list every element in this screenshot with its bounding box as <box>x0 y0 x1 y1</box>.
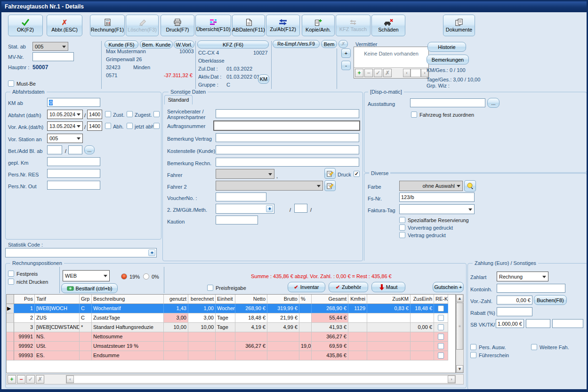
vermittler-scroll-box[interactable] <box>411 69 421 77</box>
add-bl-input[interactable] <box>68 145 82 154</box>
tarif-select[interactable]: WEB <box>63 270 110 281</box>
zuab-button[interactable]: Zu/Ab(F12) <box>266 15 300 36</box>
grid-header-kmfrei[interactable]: Kmfrei <box>348 295 367 304</box>
zm-input[interactable] <box>216 204 274 214</box>
bet-browse-button[interactable]: ... <box>84 145 95 154</box>
abfahrt-time-input[interactable] <box>87 110 102 119</box>
scroll-right-icon[interactable]: › <box>448 376 455 383</box>
table-row[interactable]: 99992USt.Umsatzsteuer 19 %366,27 €19,069… <box>7 342 455 351</box>
bemerkungen-button[interactable]: Bemerkungen <box>427 55 469 64</box>
kfz-tausch-button[interactable]: KFZ Tausch <box>336 15 371 36</box>
table-row[interactable]: ▶1[WEB]WOCHCWochentarif1,431,00Wochen268… <box>7 304 455 313</box>
zahlart-select[interactable]: Rechnung <box>497 272 548 281</box>
vscroll-thumb[interactable]: ≡ <box>456 303 463 350</box>
re-k-checkbox[interactable] <box>438 324 444 330</box>
cancel-position-icon[interactable]: ✗ <box>36 375 44 384</box>
vat-0-radio[interactable] <box>143 273 149 280</box>
vorvertrag-checkbox[interactable] <box>399 224 405 231</box>
spinner-icon[interactable] <box>148 249 155 256</box>
sb-vk-input[interactable] <box>496 319 524 328</box>
spinner-icon[interactable] <box>266 205 273 212</box>
preisfreigabe-checkbox[interactable] <box>207 285 213 291</box>
grid-header-gesamt[interactable]: Gesamt <box>312 295 348 304</box>
grid-header-zuskm[interactable]: ZusKM <box>367 295 411 304</box>
gepl-km-input[interactable] <box>47 157 100 166</box>
zust-checkbox-1[interactable] <box>105 111 111 117</box>
must-be-checkbox[interactable] <box>8 80 14 87</box>
festpreis-checkbox[interactable] <box>8 271 14 277</box>
zugest-checkbox-1[interactable] <box>127 111 133 117</box>
table-vscrollbar[interactable]: ▲ ≡ ▼ <box>456 294 464 373</box>
vat-19-radio[interactable] <box>121 273 127 280</box>
re-k-checkbox[interactable] <box>438 315 444 321</box>
sb-tk-input[interactable] <box>526 319 550 328</box>
scroll-up-icon[interactable]: ▲ <box>456 295 463 302</box>
schaeden-button[interactable]: Schäden <box>371 15 405 36</box>
zugest-checkbox-2[interactable] <box>153 111 160 117</box>
bem-kunde-button[interactable]: Bem. Kunde <box>140 40 173 48</box>
add-position-icon[interactable]: + <box>8 375 16 384</box>
inventar-button[interactable]: ✔ Inventar <box>288 282 325 292</box>
km-button[interactable]: KM <box>258 74 269 84</box>
grid-header-brutto[interactable]: Brutto <box>267 295 299 304</box>
druck-button[interactable]: Druck(F7) <box>161 15 194 36</box>
km-ab-input[interactable]: 0 <box>47 98 100 107</box>
maut-button[interactable]: Maut <box>371 282 405 292</box>
fahrer-edit-button[interactable] <box>324 168 336 179</box>
grid-header-genutzt[interactable]: genutzt <box>164 295 188 304</box>
re-empf-button[interactable]: Re-Empf./Vers.F9 <box>273 40 320 48</box>
remove-row-icon[interactable]: − <box>364 69 373 77</box>
re-k-checkbox[interactable] <box>438 352 444 359</box>
pers-nr-out-input[interactable] <box>47 181 100 190</box>
clear-re-empf-button[interactable]: ✗ <box>338 40 348 48</box>
wvorl-button[interactable]: W.Vorl. <box>174 40 194 48</box>
kopie-button[interactable]: Kopie/Anh. <box>302 15 335 36</box>
table-hscrollbar[interactable]: ‹ › <box>66 375 456 384</box>
loeschen-button[interactable]: Löschen(F3) <box>126 15 159 36</box>
kostenstelle-input[interactable] <box>216 145 359 154</box>
grid-header-berechnet[interactable]: berechnet <box>188 295 216 304</box>
sb-extra-input[interactable] <box>552 319 583 328</box>
grid-header-netto[interactable]: Netto <box>235 295 267 304</box>
vermittler-plus-button[interactable]: + <box>341 48 351 58</box>
voucher-input[interactable] <box>216 192 266 201</box>
weitere-fah-checkbox[interactable] <box>531 344 537 350</box>
buchen-button[interactable]: Buchen(F8) <box>534 295 567 305</box>
farbe-picker-button[interactable] <box>464 180 476 192</box>
add-row-icon[interactable]: + <box>355 69 363 77</box>
abdaten-button[interactable]: ABDaten(F11) <box>232 15 265 36</box>
vertrag-gedruckt-checkbox[interactable] <box>399 232 405 238</box>
grid-header-pct[interactable]: % <box>299 295 312 304</box>
fahrer2-edit-button[interactable] <box>324 180 336 191</box>
nicht-drucken-checkbox[interactable] <box>8 279 14 285</box>
jetzt-abh-checkbox-2[interactable] <box>153 123 160 129</box>
grid-header-einheit[interactable]: Einheit <box>216 295 235 304</box>
fahrer2-select[interactable] <box>216 181 323 191</box>
fs-nr-input[interactable] <box>399 192 475 202</box>
mv-nr-input[interactable] <box>32 52 74 61</box>
cancel-button[interactable]: ✗ Abbr.(ESC) <box>47 15 82 36</box>
ausstattung-browse-button[interactable]: ... <box>487 98 499 108</box>
kaution-input[interactable] <box>216 216 258 224</box>
grid-header-marker[interactable] <box>7 295 14 304</box>
vor-zahl-input[interactable] <box>497 296 532 304</box>
besttarif-button[interactable]: Besttarif (ctrl+b) <box>61 283 118 293</box>
zm-gueltig-input[interactable] <box>294 204 307 213</box>
dokumente-button[interactable]: Dokumente <box>443 15 475 36</box>
druck-checkbox[interactable] <box>354 171 360 177</box>
vor-ank-date-select[interactable]: 13.05.2024 <box>47 121 83 131</box>
vor-station-select[interactable]: 005 <box>47 134 83 143</box>
vor-ank-time-input[interactable] <box>87 121 102 131</box>
table-row[interactable]: 2ZUSCZusatzTage3,003,00Tage18,48 €21,99 … <box>7 313 455 323</box>
pers-ausw-checkbox[interactable] <box>470 344 476 350</box>
jetzt-abh-checkbox-1[interactable] <box>127 123 133 129</box>
farbe-select[interactable]: ohne Auswahl <box>399 181 463 191</box>
grid-header-zuseinh[interactable]: ZusEinh <box>411 295 434 304</box>
auftragsnummer-input[interactable] <box>213 120 360 131</box>
table-row[interactable]: 3[WEB]CDWSTAND.*Standard Haftungsreduzie… <box>7 323 455 332</box>
re-k-checkbox[interactable] <box>438 334 444 340</box>
ok-button[interactable]: OK(F2) <box>8 15 43 36</box>
spezialfarbe-checkbox[interactable] <box>399 217 405 223</box>
table-row[interactable]: 99993ES.Endsumme435,86 € <box>7 351 455 360</box>
grid-header-tarif[interactable]: Tarif <box>35 295 80 304</box>
